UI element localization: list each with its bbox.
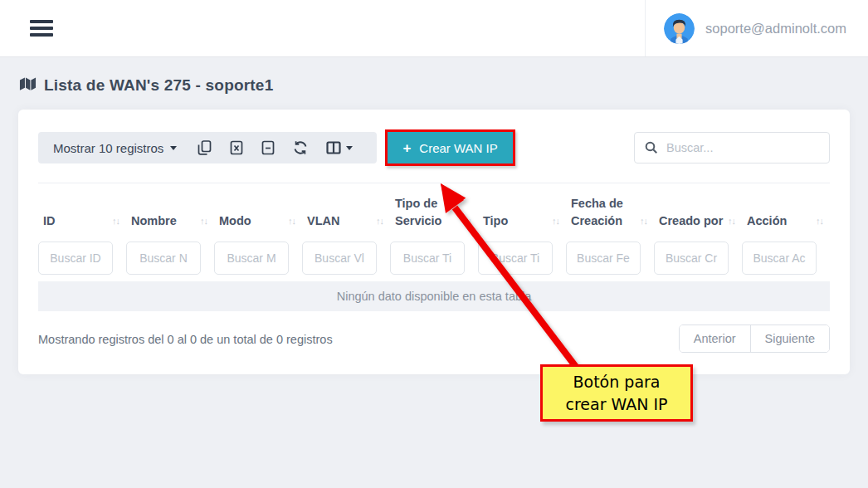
copy-button[interactable] <box>188 135 221 160</box>
sort-icon[interactable]: ↑↓ <box>376 215 383 230</box>
annotation-highlight-box: + Crear WAN IP <box>385 129 514 166</box>
column-filter-input[interactable] <box>478 242 553 275</box>
callout-line1: Botón para <box>573 371 661 393</box>
chevron-down-icon <box>346 146 353 150</box>
column-header-nombre[interactable]: Nombre↑↓ <box>126 212 214 233</box>
user-menu[interactable]: soporte@adminolt.com <box>645 0 868 56</box>
sort-icon[interactable]: ↑↓ <box>112 215 119 230</box>
column-filter-input[interactable] <box>126 242 201 275</box>
column-filter-input[interactable] <box>654 242 729 275</box>
export-file-button[interactable] <box>252 135 284 160</box>
column-label: Acción <box>747 212 787 230</box>
user-avatar <box>664 13 695 44</box>
create-wan-ip-button[interactable]: + Crear WAN IP <box>388 132 512 163</box>
empty-state-text: Ningún dato disponible en esta tabla <box>337 290 532 303</box>
pagination: Anterior Siguiente <box>679 325 830 353</box>
map-icon <box>19 76 37 95</box>
table-footer: Mostrando registros del 0 al 0 de un tot… <box>38 311 830 353</box>
export-excel-button[interactable] <box>221 135 252 160</box>
sort-icon[interactable]: ↑↓ <box>640 215 647 230</box>
column-filter-input[interactable] <box>566 242 641 275</box>
topbar: soporte@adminolt.com <box>0 0 868 56</box>
column-filter-input[interactable] <box>742 242 817 275</box>
column-label: Nombre <box>131 212 177 230</box>
column-visibility-button[interactable] <box>317 136 362 159</box>
column-header-id[interactable]: ID↑↓ <box>38 212 126 233</box>
callout-line2: crear WAN IP <box>565 393 667 416</box>
annotation-callout: Botón para crear WAN IP <box>540 364 693 422</box>
column-header-modo[interactable]: Modo↑↓ <box>214 212 302 233</box>
column-label: Modo <box>219 212 251 230</box>
records-info: Mostrando registros del 0 al 0 de un tot… <box>38 333 333 346</box>
column-label: VLAN <box>307 212 339 230</box>
table-header-row: ID↑↓Nombre↑↓Modo↑↓VLAN↑↓Tipo de Servicio… <box>38 190 830 233</box>
column-header-vlan[interactable]: VLAN↑↓ <box>302 212 390 233</box>
sort-icon[interactable]: ↑↓ <box>728 215 735 230</box>
column-label: Tipo de Servicio <box>395 195 464 230</box>
column-label: Creado por <box>659 212 723 230</box>
export-buttons <box>188 135 362 160</box>
column-header-tipo[interactable]: Tipo↑↓ <box>478 212 566 233</box>
sort-icon[interactable]: ↑↓ <box>552 215 559 230</box>
sort-icon[interactable]: ↑↓ <box>288 215 295 230</box>
column-label: Fecha de Creación <box>571 195 640 230</box>
export-excel-icon <box>230 140 243 155</box>
search-input[interactable] <box>666 141 819 154</box>
create-wan-ip-label: Crear WAN IP <box>419 141 497 155</box>
column-filter-input[interactable] <box>390 242 465 275</box>
next-page-button[interactable]: Siguiente <box>750 325 829 352</box>
column-label: ID <box>43 212 56 230</box>
page-length-label: Mostrar 10 registros <box>53 141 163 155</box>
column-visibility-icon <box>326 141 341 154</box>
column-filter-input[interactable] <box>38 242 113 275</box>
sort-icon[interactable]: ↑↓ <box>816 215 823 230</box>
copy-icon <box>197 140 212 155</box>
wan-list-card: Mostrar 10 registros <box>18 110 850 374</box>
wan-table: ID↑↓Nombre↑↓Modo↑↓VLAN↑↓Tipo de Servicio… <box>38 183 830 311</box>
plus-icon: + <box>402 141 411 155</box>
column-header-tipo-de-servicio[interactable]: Tipo de Servicio↑↓ <box>390 195 478 233</box>
page-length-selector[interactable]: Mostrar 10 registros <box>53 141 177 155</box>
table-empty-state: Ningún dato disponible en esta tabla <box>38 281 830 311</box>
column-filter-input[interactable] <box>214 242 289 275</box>
user-email: soporte@adminolt.com <box>705 21 846 37</box>
column-header-fecha-de-creaci-n[interactable]: Fecha de Creación↑↓ <box>566 195 654 233</box>
table-filter-row <box>38 242 830 275</box>
search-icon <box>645 141 658 154</box>
column-label: Tipo <box>483 212 508 230</box>
sort-icon[interactable]: ↑↓ <box>464 215 471 230</box>
menu-toggle-icon[interactable] <box>30 17 53 40</box>
datatable-controls: Mostrar 10 registros <box>38 132 377 163</box>
chevron-down-icon <box>170 146 177 150</box>
table-search <box>634 132 830 163</box>
table-toolbar: Mostrar 10 registros <box>38 129 830 166</box>
column-header-acci-n[interactable]: Acción↑↓ <box>742 212 830 233</box>
page-header: Lista de WAN's 275 - soporte1 <box>0 56 868 110</box>
page-title: Lista de WAN's 275 - soporte1 <box>44 76 273 95</box>
refresh-icon <box>293 140 308 155</box>
export-file-icon <box>261 140 275 155</box>
previous-page-button[interactable]: Anterior <box>680 325 750 352</box>
refresh-button[interactable] <box>284 135 317 160</box>
column-filter-input[interactable] <box>302 242 377 275</box>
sort-icon[interactable]: ↑↓ <box>200 215 207 230</box>
column-header-creado-por[interactable]: Creado por↑↓ <box>654 212 742 233</box>
